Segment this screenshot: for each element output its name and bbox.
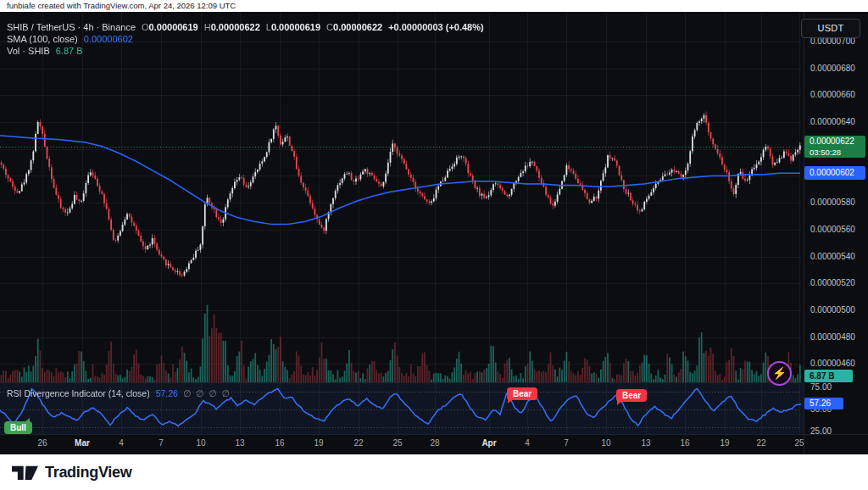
ohlc-value: 0.00000622 (211, 22, 260, 32)
time-axis-label: 7 (564, 438, 569, 448)
last-price-value: 0.00000622 (810, 136, 865, 147)
price-axis-label: 0.00000540 (810, 252, 855, 261)
price-chart-canvas[interactable] (0, 12, 804, 434)
price-axis-label: 0.00000640 (810, 117, 855, 126)
ohlc-values: O0.00000619H0.00000622L0.00000619C0.0000… (136, 22, 382, 32)
attribution-text: funbiafe created with TradingView.com, A… (7, 1, 236, 10)
volume-legend-row[interactable]: Vol · SHIB6.87 B (7, 46, 83, 56)
footer-bar: TradingView (0, 454, 868, 490)
time-axis-label: 26 (37, 438, 47, 448)
attribution-bar: funbiafe created with TradingView.com, A… (0, 0, 868, 12)
rsi-empty-glyph: ∅ (196, 388, 203, 398)
bar-countdown: 03:50:28 (810, 147, 865, 158)
ohlc-letter: O (142, 22, 149, 32)
time-axis-label: 10 (196, 438, 205, 448)
price-axis-label: 0.00000460 (810, 359, 855, 368)
time-axis-label: 19 (720, 438, 729, 448)
price-axis-label: 0.00000480 (810, 332, 855, 342)
sma-value: 0.00000602 (84, 34, 133, 44)
volume-badge: 6.87 B (804, 370, 853, 382)
sma-legend-row[interactable]: SMA (100, close)0.00000602 (7, 34, 133, 44)
ohlc-value: 0.00000619 (271, 22, 320, 32)
price-axis-label: 0.00000500 (810, 305, 855, 315)
currency-toggle-button[interactable]: USDT (801, 19, 860, 38)
change-value: +0.00000003 (+0.48%) (388, 22, 484, 32)
tradingview-snapshot: funbiafe created with TradingView.com, A… (0, 0, 868, 490)
last-price-badge: 0.00000622 03:50:28 (804, 136, 865, 158)
rsi-axis-label: 75.00 (810, 382, 832, 392)
time-axis-label: 28 (430, 438, 439, 448)
tradingview-logo[interactable]: TradingView (12, 462, 131, 482)
volume-label[interactable]: Vol · SHIB (7, 46, 50, 56)
time-axis-label: 4 (525, 438, 530, 448)
ohlc-letter: C (326, 22, 333, 32)
bear-divergence-label: Bear (616, 389, 647, 402)
time-axis-label: 25 (794, 438, 804, 448)
ohlc-value: 0.00000619 (149, 22, 198, 32)
price-axis-label: 0.00000580 (810, 198, 855, 207)
time-axis-label: 22 (756, 438, 765, 448)
rsi-indicator-title[interactable]: RSI Divergence Indicator (14, close) (7, 388, 150, 398)
time-axis-separator (0, 434, 868, 435)
time-axis-label: 13 (641, 438, 650, 448)
sma-label[interactable]: SMA (100, close) (7, 34, 78, 44)
price-axis-label: 0.00000560 (810, 225, 855, 234)
time-axis-label: 25 (392, 438, 402, 448)
tradingview-logo-mark (12, 462, 38, 482)
rsi-legend-row[interactable]: RSI Divergence Indicator (14, close)57.2… (7, 388, 230, 398)
time-axis-label: 16 (680, 438, 689, 448)
time-axis-label: 7 (159, 438, 164, 448)
time-axis-label: 13 (235, 438, 244, 448)
rsi-empty-glyph: ∅ (221, 388, 229, 398)
lightning-glyph: ⚡ (772, 366, 787, 380)
price-axis-label: 0.00000520 (810, 278, 855, 287)
price-axis[interactable]: 0.000007000.000006800.000006600.00000640… (804, 12, 868, 454)
price-axis-label: 0.00000660 (810, 90, 855, 99)
symbol-legend-row[interactable]: SHIB / TetherUS · 4h · BinanceO0.0000061… (7, 22, 484, 32)
ohlc-value: 0.00000622 (333, 22, 382, 32)
price-axis-label: 0.00000680 (810, 64, 855, 73)
time-axis-label: 16 (275, 438, 284, 448)
ohlc-letter: H (204, 22, 211, 32)
volume-value: 6.87 B (56, 46, 83, 56)
rsi-value-badge: 57.26 (804, 398, 843, 409)
time-axis-label: 10 (601, 438, 610, 448)
time-axis-label: 19 (314, 438, 323, 448)
time-axis-month-label: Apr (481, 438, 496, 448)
time-axis-label: 22 (353, 438, 363, 448)
rsi-value: 57.26 (156, 388, 178, 398)
tradingview-wordmark: TradingView (45, 464, 131, 482)
bull-divergence-label: Bull (4, 421, 32, 434)
flash-reaction-icon[interactable]: ⚡ (767, 361, 792, 386)
rsi-empty-values: ∅∅∅∅ (178, 388, 230, 398)
rsi-empty-glyph: ∅ (183, 388, 191, 398)
symbol-title[interactable]: SHIB / TetherUS · 4h · Binance (7, 22, 136, 32)
bear-divergence-label: Bear (507, 387, 537, 400)
time-axis-label: 4 (119, 438, 124, 448)
time-axis-month-label: Mar (75, 438, 90, 448)
sma-price-badge: 0.00000602 (804, 166, 865, 180)
rsi-empty-glyph: ∅ (209, 388, 216, 398)
chart-area: SHIB / TetherUS · 4h · BinanceO0.0000061… (0, 12, 868, 454)
